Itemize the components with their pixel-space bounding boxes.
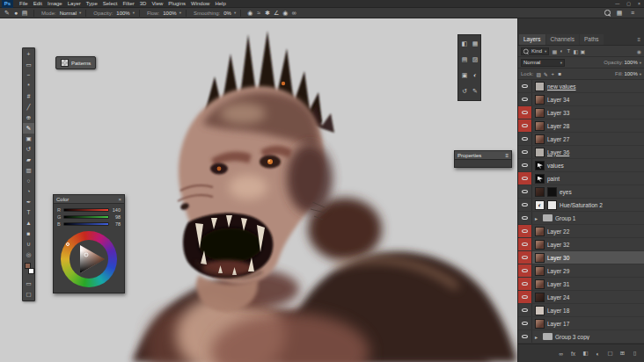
- layer-visibility-cell[interactable]: [518, 199, 532, 211]
- foreground-color-swatch[interactable]: [25, 263, 31, 269]
- layer-name[interactable]: Layer 34: [547, 97, 569, 103]
- eye-icon[interactable]: [522, 216, 528, 221]
- layer-visibility-cell[interactable]: [518, 225, 532, 237]
- layer-name[interactable]: paint: [547, 176, 560, 182]
- layer-thumbnail[interactable]: [535, 108, 545, 118]
- layer-row-layer-24[interactable]: Layer 24: [518, 291, 644, 304]
- menu-image[interactable]: Image: [45, 0, 65, 8]
- link-layers-icon[interactable]: ∞: [556, 351, 566, 357]
- menu-edit[interactable]: Edit: [31, 0, 45, 8]
- layer-name[interactable]: Layer 36: [547, 149, 569, 156]
- color-panel-header[interactable]: Color ×: [54, 195, 124, 204]
- close-icon[interactable]: ×: [118, 197, 121, 202]
- tool-blur[interactable]: ○: [23, 176, 34, 186]
- layer-row-layer-30[interactable]: Layer 30: [518, 251, 644, 264]
- tool-screen-mode[interactable]: ▢: [23, 289, 34, 300]
- menu-plugins[interactable]: Plugins: [165, 0, 188, 8]
- tool-path-select[interactable]: ▲: [23, 218, 34, 228]
- layer-visibility-cell[interactable]: [518, 264, 532, 277]
- minimize-icon[interactable]: —: [611, 0, 623, 8]
- layer-name[interactable]: Layer 17: [547, 321, 569, 327]
- lock-position-icon[interactable]: +: [549, 71, 556, 76]
- tab-paths[interactable]: Paths: [580, 34, 604, 45]
- color-panel-icon[interactable]: ◧: [459, 36, 470, 52]
- tab-channels[interactable]: Channels: [546, 34, 579, 45]
- layer-thumbnail[interactable]: [535, 319, 545, 329]
- tab-layers[interactable]: Layers: [519, 34, 545, 45]
- layer-thumbnail[interactable]: [535, 293, 545, 302]
- new-adjustment-layer-icon[interactable]: ◐: [593, 351, 603, 357]
- layer-name[interactable]: Layer 24: [547, 294, 569, 300]
- eye-icon[interactable]: [522, 308, 528, 313]
- tool-dodge[interactable]: ◔: [23, 186, 34, 197]
- tool-move[interactable]: +: [23, 49, 34, 60]
- smoothing-dropdown[interactable]: 0%: [223, 11, 231, 16]
- layer-name[interactable]: Layer 28: [547, 123, 569, 129]
- layer-visibility-cell[interactable]: [518, 330, 532, 343]
- eye-icon[interactable]: [522, 203, 528, 207]
- layer-mask-thumbnail[interactable]: [547, 200, 557, 210]
- eye-icon[interactable]: [522, 163, 528, 168]
- menu-window[interactable]: Window: [188, 0, 212, 8]
- layer-thumbnail[interactable]: [535, 253, 545, 263]
- filter-smart-objects-icon[interactable]: ▣: [579, 48, 586, 54]
- history-panel-icon[interactable]: ↺: [459, 83, 470, 99]
- eye-icon[interactable]: [522, 282, 528, 286]
- adjustments-panel-icon[interactable]: ◐: [470, 68, 480, 83]
- channel-value[interactable]: 98: [111, 214, 121, 220]
- layer-visibility-cell[interactable]: [518, 238, 532, 250]
- layer-name[interactable]: values: [547, 163, 564, 169]
- eye-icon[interactable]: [522, 229, 528, 234]
- layer-thumbnail[interactable]: [535, 82, 545, 91]
- mode-dropdown[interactable]: Normal: [60, 11, 77, 16]
- layer-thumbnail[interactable]: [535, 187, 545, 197]
- tool-zoom[interactable]: ◎: [23, 250, 34, 260]
- eye-icon[interactable]: [522, 190, 528, 194]
- paint-symmetry-icon[interactable]: ∞: [289, 8, 298, 18]
- layer-visibility-cell[interactable]: [518, 185, 532, 198]
- libraries-panel-icon[interactable]: ▣: [459, 68, 470, 83]
- color-wheel[interactable]: [61, 231, 117, 287]
- layer-name[interactable]: Layer 32: [547, 242, 569, 248]
- tool-preset-icon[interactable]: ✎: [3, 8, 11, 18]
- lock-all-icon[interactable]: ■: [556, 71, 563, 76]
- arrange-documents-icon[interactable]: ▦: [615, 8, 624, 18]
- layer-name[interactable]: Layer 18: [547, 308, 569, 314]
- flow-dropdown[interactable]: 100%: [163, 11, 176, 16]
- layer-row-group-3-copy[interactable]: ▸Group 3 copy: [518, 330, 644, 344]
- layer-name[interactable]: Group 1: [555, 215, 576, 221]
- airbrush-icon[interactable]: ≈: [254, 8, 263, 18]
- eye-icon[interactable]: [522, 256, 528, 260]
- panel-menu-icon[interactable]: ≡: [633, 34, 644, 45]
- layer-thumbnail[interactable]: [535, 174, 545, 184]
- hue-marker[interactable]: [66, 243, 70, 246]
- group-expander-icon[interactable]: ▸: [535, 215, 540, 221]
- menu-type[interactable]: Type: [84, 0, 100, 8]
- layer-visibility-cell[interactable]: [518, 172, 532, 185]
- add-layer-mask-icon[interactable]: ◧: [581, 350, 590, 357]
- layer-row-layer-34[interactable]: Layer 34: [518, 93, 644, 106]
- new-layer-icon[interactable]: ⊞: [618, 350, 627, 357]
- layer-name[interactable]: Group 3 copy: [555, 334, 589, 340]
- filter-kind-dropdown[interactable]: Kind ▾: [521, 47, 549, 55]
- layer-row-hue-saturation-2[interactable]: Hue/Saturation 2: [518, 199, 644, 212]
- eye-icon[interactable]: [522, 124, 528, 128]
- opacity-dropdown[interactable]: 100%: [116, 11, 129, 16]
- background-color-swatch[interactable]: [28, 268, 34, 274]
- tool-healing[interactable]: ⊕: [23, 112, 34, 123]
- opacity-pressure-icon[interactable]: ◉: [245, 8, 254, 18]
- slider-track[interactable]: [63, 215, 109, 219]
- gradients-panel-icon[interactable]: ▤: [459, 52, 470, 68]
- layer-visibility-cell[interactable]: [518, 317, 532, 329]
- layer-mask-thumbnail[interactable]: [547, 187, 557, 197]
- layer-visibility-cell[interactable]: [518, 106, 532, 119]
- layer-row-new-values[interactable]: new values: [518, 80, 644, 93]
- smoothing-options-icon[interactable]: ✱: [263, 8, 272, 18]
- new-group-icon[interactable]: ▢: [605, 350, 615, 357]
- close-icon[interactable]: ×: [634, 0, 644, 8]
- tool-pen[interactable]: ✒: [23, 197, 34, 207]
- brush-angle-icon[interactable]: ∠: [272, 8, 281, 18]
- tool-clone-stamp[interactable]: ▣: [23, 134, 34, 144]
- eye-icon[interactable]: [522, 335, 528, 339]
- layer-row-paint[interactable]: paint: [518, 172, 644, 185]
